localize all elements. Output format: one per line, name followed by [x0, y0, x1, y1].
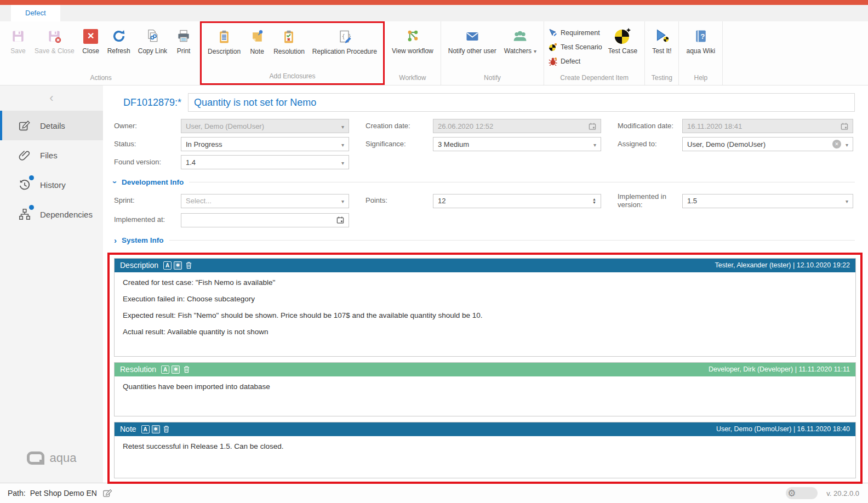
create-defect-button[interactable]: Defect: [549, 54, 602, 68]
significance-select[interactable]: 3 Medium: [433, 137, 601, 151]
resolution-header: Resolution Developer, Dirk (Developer) |…: [115, 363, 855, 376]
copy-link-button[interactable]: Copy Link: [134, 25, 171, 55]
add-note-button[interactable]: Note: [244, 25, 270, 55]
found-version-select[interactable]: 1.4: [181, 155, 349, 169]
development-info-header[interactable]: Development Info: [114, 178, 855, 187]
notify-other-user-button[interactable]: Notify other user: [444, 25, 500, 55]
implemented-at-field[interactable]: [181, 213, 349, 227]
sidebar-item-dependencies-label: Dependencies: [40, 210, 93, 219]
note-line: Retest successful in Release 1.5. Can be…: [123, 442, 847, 451]
save-icon: [10, 27, 26, 45]
sidebar-item-history[interactable]: History: [0, 170, 103, 199]
refresh-label: Refresh: [107, 47, 130, 55]
note-body[interactable]: Retest successful in Release 1.5. Can be…: [115, 436, 855, 478]
save-button[interactable]: Save: [5, 25, 31, 55]
ribbon-group-create-dependent: Requirement Test Scenario Defect: [544, 21, 645, 85]
delete-icon[interactable]: [184, 261, 193, 270]
ribbon-group-notify: Notify other user Watchers Notify: [441, 21, 544, 85]
description-line: Execution failed in: Choose subcategory: [123, 294, 847, 304]
spinner-icons[interactable]: [592, 198, 596, 205]
delete-icon[interactable]: [162, 425, 171, 433]
add-resolution-button[interactable]: Resolution: [270, 25, 309, 55]
group-label-help: Help: [682, 73, 719, 85]
group-label-notify: Notify: [444, 73, 540, 85]
points-stepper[interactable]: 12: [433, 194, 601, 208]
test-it-icon: [653, 27, 671, 45]
app-window: Defect Save Save & Close: [0, 0, 868, 503]
implemented-at-label: Implemented at:: [114, 216, 181, 224]
description-body[interactable]: Created for test case: "Fish Nemo is ava…: [115, 272, 855, 356]
sidebar-item-files[interactable]: Files: [0, 140, 103, 170]
system-info-header[interactable]: System Info: [114, 236, 855, 245]
copy-link-icon: [145, 27, 160, 45]
tab-defect[interactable]: Defect: [11, 5, 60, 21]
status-select[interactable]: In Progress: [181, 137, 349, 151]
sidebar-item-dependencies[interactable]: Dependencies: [0, 199, 103, 229]
ribbon-group-help: ? aqua Wiki Help: [679, 21, 723, 85]
creation-date-field[interactable]: 26.06.2020 12:52: [433, 119, 601, 133]
sprint-select[interactable]: Select...: [181, 194, 349, 208]
significance-label: Significance:: [366, 140, 433, 148]
history-badge-dot: [29, 175, 34, 180]
ribbon-group-testing: Test It! Testing: [645, 21, 679, 85]
sidebar-collapse-button[interactable]: [0, 85, 103, 111]
format-icon[interactable]: [163, 261, 172, 270]
aqua-logo: aqua: [0, 451, 103, 465]
details-panel: DF1012879:* Owner: User, Demo (DemoUser)…: [103, 85, 868, 483]
system-info-title: System Info: [122, 236, 164, 244]
save-close-label: Save & Close: [35, 47, 75, 55]
clear-icon[interactable]: [832, 140, 841, 148]
create-requirement-button[interactable]: Requirement: [549, 26, 602, 40]
assigned-to-select[interactable]: User, Demo (DemoUser): [682, 137, 853, 151]
save-and-close-button[interactable]: Save & Close: [31, 25, 78, 55]
title-input[interactable]: [188, 93, 855, 112]
gear-icon[interactable]: [786, 487, 818, 499]
defect-icon: [549, 57, 557, 66]
watchers-label: Watchers: [504, 47, 532, 55]
watchers-button[interactable]: Watchers: [500, 25, 540, 55]
edit-path-icon[interactable]: [102, 488, 112, 498]
notify-other-user-label: Notify other user: [448, 47, 496, 55]
view-workflow-button[interactable]: View workflow: [388, 25, 437, 55]
note-icon: [249, 27, 265, 46]
ribbon-group-workflow: View workflow Workflow: [385, 21, 441, 85]
print-button[interactable]: Print: [171, 25, 196, 55]
chevron-down-icon: [114, 178, 117, 187]
sprint-label: Sprint:: [114, 197, 181, 205]
create-requirement-label: Requirement: [561, 29, 600, 37]
create-test-case-button[interactable]: Test Case: [604, 25, 641, 55]
description-author-date: Tester, Alexander (tester) | 12.10.2020 …: [715, 261, 850, 269]
description-line: Created for test case: "Fish Nemo is ava…: [123, 278, 847, 288]
creation-date-label: Creation date:: [366, 122, 433, 130]
resolution-body[interactable]: Quantities have been imported into datab…: [115, 376, 855, 416]
owner-select[interactable]: User, Demo (DemoUser): [181, 119, 349, 133]
create-test-scenario-button[interactable]: Test Scenario: [549, 40, 602, 54]
translate-icon[interactable]: [172, 365, 180, 374]
add-replication-procedure-button[interactable]: { } Replication Procedure: [309, 25, 381, 55]
test-it-button[interactable]: Test It!: [648, 25, 675, 55]
description-line: Actual result: Available quantity is not…: [123, 327, 847, 337]
add-description-label: Description: [208, 48, 241, 55]
sidebar-item-details[interactable]: Details: [0, 111, 103, 140]
watchers-icon: [512, 27, 528, 45]
wiki-icon: ?: [693, 27, 709, 45]
modification-date-label: Modification date:: [618, 122, 682, 130]
implemented-in-version-select[interactable]: 1.5: [682, 194, 853, 208]
refresh-button[interactable]: Refresh: [104, 25, 134, 55]
translate-icon[interactable]: [174, 261, 182, 270]
development-info-title: Development Info: [122, 178, 184, 186]
delete-icon[interactable]: [182, 365, 191, 374]
resolution-icon: [281, 27, 296, 46]
group-label-create-dependent: Create Dependent Item: [547, 73, 641, 85]
modification-date-field[interactable]: 16.11.2020 18:41: [682, 119, 853, 133]
format-icon[interactable]: [161, 365, 169, 374]
add-description-button[interactable]: Description: [204, 25, 244, 55]
enclosure-resolution: Resolution Developer, Dirk (Developer) |…: [114, 362, 856, 416]
translate-icon[interactable]: [152, 425, 160, 433]
dependencies-badge-dot: [29, 205, 34, 210]
resolution-line: Quantities have been imported into datab…: [123, 382, 847, 392]
close-button[interactable]: Close: [78, 25, 104, 55]
format-icon[interactable]: [141, 425, 150, 433]
aqua-wiki-button[interactable]: ? aqua Wiki: [682, 25, 719, 55]
sidebar-item-details-label: Details: [40, 121, 65, 130]
